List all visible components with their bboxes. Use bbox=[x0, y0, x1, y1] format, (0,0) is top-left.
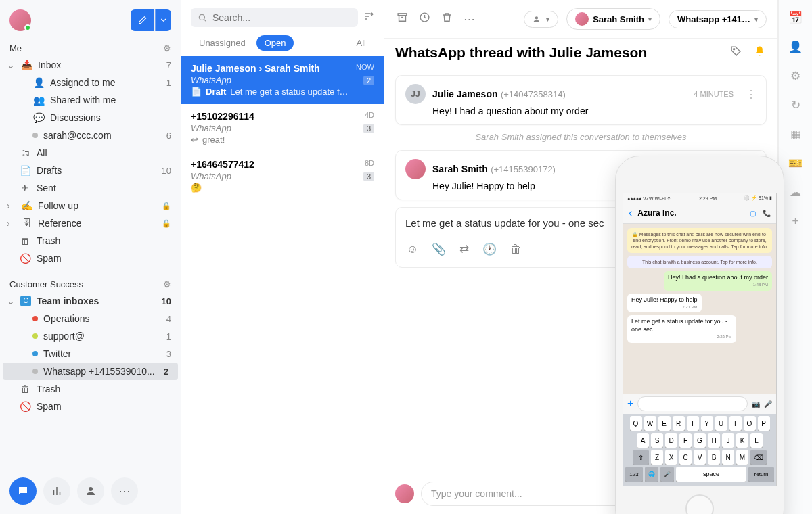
schedule-button[interactable]: 🕐 bbox=[481, 241, 498, 258]
sidebar-item-inbox[interactable]: ⌄ 📥 Inbox 7 bbox=[0, 56, 181, 74]
key-P[interactable]: P bbox=[758, 416, 770, 431]
channel-pill[interactable]: Whatsapp +141… ▾ bbox=[669, 10, 767, 28]
home-button[interactable] bbox=[685, 494, 714, 514]
tab-open[interactable]: Open bbox=[256, 35, 294, 51]
mic-key[interactable]: 🎤 bbox=[660, 467, 674, 482]
delete-button[interactable] bbox=[440, 10, 454, 28]
key-F[interactable]: F bbox=[679, 433, 692, 448]
space-key[interactable]: space bbox=[676, 467, 746, 482]
key-Y[interactable]: Y bbox=[701, 416, 713, 431]
key-V[interactable]: V bbox=[694, 450, 706, 465]
sidebar-item-all[interactable]: 🗂 All bbox=[0, 144, 181, 162]
sidebar-item-shared[interactable]: 👥 Shared with me bbox=[0, 91, 181, 109]
contact-icon[interactable]: 👤 bbox=[788, 40, 803, 54]
sidebar-item-trash2[interactable]: 🗑 Trash bbox=[0, 380, 181, 398]
key-H[interactable]: H bbox=[708, 433, 720, 448]
emoji-button[interactable]: ☺ bbox=[405, 241, 420, 258]
backspace-key[interactable]: ⌫ bbox=[750, 450, 767, 465]
tab-unassigned[interactable]: Unassigned bbox=[191, 35, 254, 51]
key-T[interactable]: T bbox=[687, 416, 699, 431]
more-button[interactable]: ⋯ bbox=[462, 11, 476, 28]
conversation-item[interactable]: +164645774128D WhatsApp3 🤔 bbox=[181, 152, 384, 200]
search-field[interactable] bbox=[212, 12, 351, 23]
format-button[interactable]: ⇄ bbox=[458, 241, 470, 258]
key-O[interactable]: O bbox=[744, 416, 756, 431]
sidebar-item-followup[interactable]: › ✍️ Follow up 🔒 bbox=[0, 197, 181, 214]
call-icon[interactable]: 📞 bbox=[763, 210, 771, 217]
key-W[interactable]: W bbox=[644, 416, 656, 431]
sidebar-item-team-inboxes[interactable]: ⌄ C Team inboxes 10 bbox=[0, 292, 181, 310]
sidebar-item-discussions[interactable]: 💬 Discussions bbox=[0, 109, 181, 126]
chat-bubble-button[interactable] bbox=[9, 477, 37, 505]
key-E[interactable]: E bbox=[658, 416, 671, 431]
sort-button[interactable] bbox=[363, 11, 374, 24]
sidebar-item-support[interactable]: support@ 1 bbox=[0, 327, 181, 345]
phone-input[interactable] bbox=[637, 396, 748, 411]
key-Q[interactable]: Q bbox=[630, 416, 642, 431]
cloud-icon[interactable]: ☁ bbox=[790, 185, 801, 200]
key-A[interactable]: A bbox=[637, 433, 649, 448]
sidebar-item-whatsapp[interactable]: Whatsapp +1415539010... 2 bbox=[3, 363, 178, 380]
key-C[interactable]: C bbox=[679, 450, 692, 465]
snooze-button[interactable] bbox=[418, 10, 432, 28]
key-G[interactable]: G bbox=[694, 433, 706, 448]
return-key[interactable]: return bbox=[748, 467, 774, 482]
key-M[interactable]: M bbox=[736, 450, 748, 465]
key-Z[interactable]: Z bbox=[651, 450, 663, 465]
more-button[interactable]: ⋯ bbox=[111, 477, 138, 505]
mic-icon[interactable]: 🎤 bbox=[764, 400, 772, 408]
gear-icon[interactable]: ⚙ bbox=[163, 279, 171, 289]
sidebar-item-sarah-email[interactable]: sarah@ccc.com 6 bbox=[0, 126, 181, 144]
sidebar-item-sent[interactable]: ✈ Sent bbox=[0, 179, 181, 197]
attach-button[interactable]: 📎 bbox=[430, 241, 447, 258]
sidebar-item-drafts[interactable]: 📄 Drafts 10 bbox=[0, 162, 181, 179]
sidebar-item-spam[interactable]: 🚫 Spam bbox=[0, 250, 181, 267]
key-S[interactable]: S bbox=[651, 433, 663, 448]
tab-all[interactable]: All bbox=[348, 35, 374, 51]
conversation-item[interactable]: Julie Jameson › Sarah SmithNOW WhatsApp2… bbox=[181, 56, 384, 104]
numbers-key[interactable]: 123 bbox=[625, 467, 643, 482]
sidebar-item-spam2[interactable]: 🚫 Spam bbox=[0, 398, 181, 415]
sidebar-item-reference[interactable]: › 🗄 Reference 🔒 bbox=[0, 214, 181, 232]
key-K[interactable]: K bbox=[736, 433, 748, 448]
plus-icon[interactable]: + bbox=[627, 398, 633, 410]
message-menu[interactable]: ⋮ bbox=[746, 88, 757, 101]
key-N[interactable]: N bbox=[722, 450, 734, 465]
assignee-pill[interactable]: ▾ bbox=[524, 11, 558, 28]
calendar-icon[interactable]: 📅 bbox=[788, 11, 803, 25]
key-R[interactable]: R bbox=[673, 416, 685, 431]
sidebar-item-twitter[interactable]: Twitter 3 bbox=[0, 345, 181, 363]
add-app-icon[interactable]: + bbox=[792, 214, 799, 228]
tag-button[interactable] bbox=[729, 44, 743, 62]
key-I[interactable]: I bbox=[729, 416, 742, 431]
assignee-name-pill[interactable]: Sarah Smith ▾ bbox=[566, 8, 660, 30]
archive-button[interactable] bbox=[395, 10, 409, 28]
notifications-button[interactable] bbox=[752, 44, 767, 62]
camera-icon[interactable]: 📷 bbox=[752, 400, 760, 408]
compose-button[interactable] bbox=[131, 9, 155, 31]
sidebar-item-assigned[interactable]: 👤 Assigned to me 1 bbox=[0, 74, 181, 91]
key-D[interactable]: D bbox=[665, 433, 677, 448]
globe-key[interactable]: 🌐 bbox=[645, 467, 658, 482]
refresh-icon[interactable]: ↻ bbox=[791, 98, 800, 112]
compose-dropdown[interactable] bbox=[155, 9, 171, 31]
sidebar-item-trash[interactable]: 🗑 Trash bbox=[0, 232, 181, 250]
contacts-button[interactable] bbox=[77, 477, 104, 505]
analytics-button[interactable] bbox=[43, 477, 70, 505]
gear-icon[interactable]: ⚙ bbox=[163, 43, 171, 53]
grid-icon[interactable]: ▦ bbox=[790, 127, 801, 141]
shift-key[interactable]: ⇧ bbox=[633, 450, 649, 465]
conversation-item[interactable]: +151022961144D WhatsApp3 ↩great! bbox=[181, 104, 384, 152]
key-X[interactable]: X bbox=[665, 450, 677, 465]
ticket-icon[interactable]: 🎫 bbox=[788, 156, 803, 170]
key-J[interactable]: J bbox=[722, 433, 734, 448]
search-input[interactable] bbox=[191, 8, 358, 27]
key-B[interactable]: B bbox=[708, 450, 720, 465]
key-U[interactable]: U bbox=[715, 416, 727, 431]
gear-icon[interactable]: ⚙ bbox=[790, 69, 800, 83]
key-L[interactable]: L bbox=[750, 433, 763, 448]
video-icon[interactable]: ▢ bbox=[750, 210, 756, 217]
current-user-avatar[interactable] bbox=[9, 9, 31, 31]
back-icon[interactable]: ‹ bbox=[629, 207, 632, 219]
sidebar-item-operations[interactable]: Operations 4 bbox=[0, 310, 181, 327]
